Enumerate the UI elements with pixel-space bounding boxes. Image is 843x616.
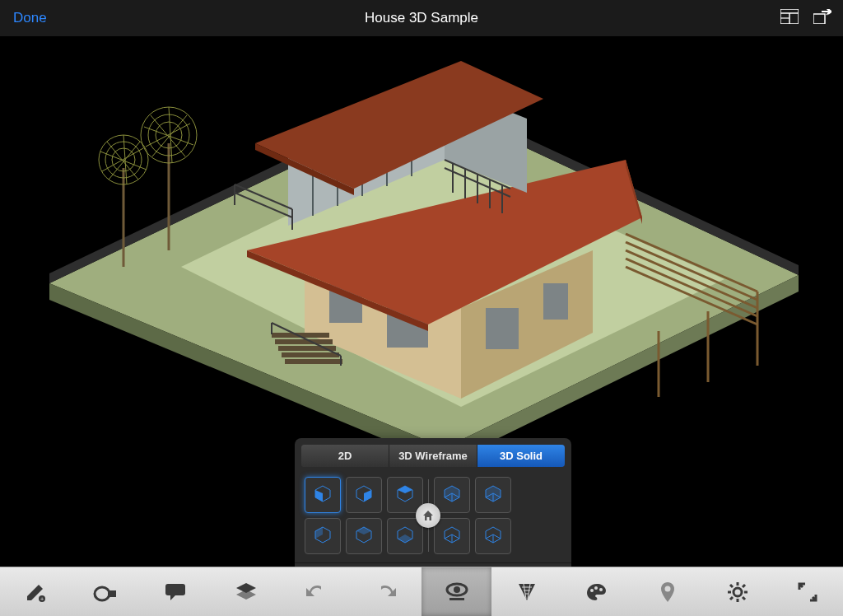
svg-point-99 — [95, 587, 109, 600]
svg-line-91 — [445, 534, 452, 539]
tool-grid[interactable] — [491, 567, 561, 616]
svg-line-17 — [102, 148, 143, 171]
view-iso-sw[interactable] — [475, 518, 511, 554]
view-iso-se[interactable] — [434, 518, 470, 554]
svg-rect-33 — [486, 308, 519, 349]
view-left[interactable] — [305, 518, 341, 554]
svg-text:+: + — [40, 595, 44, 603]
tab-2d[interactable]: 2D — [301, 445, 389, 467]
iso-views — [434, 477, 511, 554]
tool-layers[interactable] — [211, 567, 281, 616]
svg-line-119 — [730, 585, 733, 587]
tool-undo[interactable] — [281, 567, 351, 616]
view-front[interactable] — [305, 477, 341, 513]
view-top[interactable] — [346, 518, 382, 554]
home-view-button[interactable] — [416, 503, 440, 528]
svg-line-121 — [743, 585, 745, 587]
tab-3d-solid[interactable]: 3D Solid — [477, 445, 565, 467]
svg-rect-4 — [813, 14, 825, 24]
done-button[interactable]: Done — [13, 10, 47, 26]
svg-rect-101 — [165, 584, 185, 595]
top-bar: Done House 3D Sample — [0, 0, 843, 36]
view-divider — [428, 479, 429, 552]
view-iso-nw[interactable] — [475, 477, 511, 513]
tool-views[interactable] — [422, 567, 491, 616]
svg-point-110 — [590, 589, 594, 592]
page-title: House 3D Sample — [365, 10, 478, 26]
svg-point-103 — [454, 586, 460, 593]
svg-rect-104 — [449, 598, 464, 600]
svg-point-113 — [664, 586, 670, 591]
tool-fullscreen[interactable] — [773, 567, 843, 616]
ortho-views — [305, 477, 423, 554]
share-icon[interactable] — [813, 9, 831, 27]
tool-redo[interactable] — [352, 567, 422, 616]
tool-draw[interactable]: + — [0, 567, 70, 616]
tool-location[interactable] — [632, 567, 702, 616]
tool-comment[interactable] — [141, 567, 211, 616]
svg-line-120 — [743, 597, 745, 600]
header-right-group — [780, 9, 831, 27]
svg-line-16 — [100, 152, 147, 170]
svg-line-95 — [493, 534, 501, 539]
svg-point-111 — [594, 586, 598, 590]
svg-rect-64 — [285, 359, 342, 364]
svg-point-114 — [734, 588, 742, 596]
svg-point-112 — [599, 588, 603, 591]
view-mode-segmented: 2D 3D Wireframe 3D Solid — [301, 445, 565, 467]
view-grid — [301, 474, 565, 562]
view-right[interactable] — [346, 477, 382, 513]
viewport-3d[interactable]: 2D 3D Wireframe 3D Solid — [0, 36, 843, 567]
layout-icon[interactable] — [780, 9, 799, 27]
svg-rect-63 — [282, 352, 339, 357]
svg-marker-80 — [398, 534, 412, 543]
svg-line-25 — [146, 124, 190, 147]
tool-settings[interactable] — [702, 567, 772, 616]
view-iso-ne[interactable] — [434, 477, 470, 513]
view-bottom[interactable] — [387, 518, 423, 554]
svg-marker-78 — [356, 527, 371, 534]
tool-measure[interactable] — [70, 567, 140, 616]
svg-line-24 — [144, 127, 193, 145]
svg-marker-74 — [398, 486, 412, 493]
svg-line-122 — [730, 597, 733, 600]
svg-rect-61 — [275, 339, 333, 344]
tab-3d-wireframe[interactable]: 3D Wireframe — [389, 445, 477, 467]
view-mode-popover: 2D 3D Wireframe 3D Solid — [295, 438, 571, 567]
svg-line-92 — [452, 534, 459, 539]
bottom-toolbar: + — [0, 567, 843, 616]
svg-rect-34 — [543, 283, 568, 320]
tool-palette[interactable] — [562, 567, 632, 616]
svg-rect-100 — [108, 590, 116, 597]
svg-line-96 — [486, 534, 493, 539]
